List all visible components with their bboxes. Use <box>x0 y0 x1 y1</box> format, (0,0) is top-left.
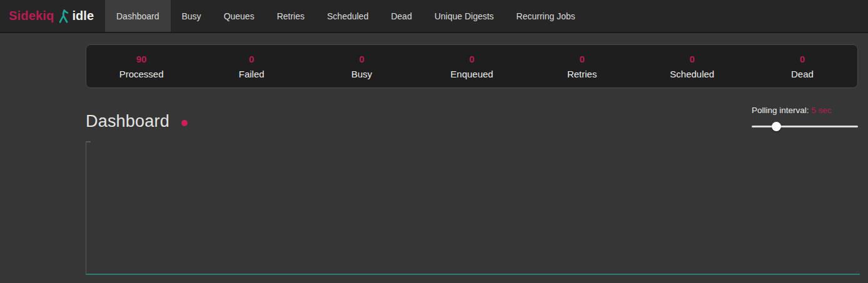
stat-retries-value: 0 <box>527 54 637 64</box>
polling-interval-text: Polling interval: <box>752 106 809 115</box>
brand-name: Sidekiq <box>9 9 54 23</box>
nav-tab-unique-digests[interactable]: Unique Digests <box>423 0 505 32</box>
nav-tab-retries[interactable]: Retries <box>266 0 316 32</box>
stat-busy-value: 0 <box>306 54 416 64</box>
polling-interval-slider[interactable] <box>752 122 858 131</box>
page-title: Dashboard <box>86 112 169 131</box>
process-status: idle <box>73 9 94 23</box>
brand-link[interactable]: Sidekiq idle <box>0 0 101 32</box>
stat-busy-label: Busy <box>306 69 416 79</box>
summary-bar: 90 Processed 0 Failed 0 Busy 0 Enqueued … <box>86 44 858 88</box>
y-axis-tick <box>86 141 91 142</box>
sidekiq-runner-icon <box>58 9 69 24</box>
stat-processed-label: Processed <box>86 69 196 79</box>
stat-retries-label: Retries <box>527 69 637 79</box>
slider-thumb[interactable] <box>772 122 781 131</box>
stat-scheduled: 0 Scheduled <box>637 54 747 79</box>
stat-enqueued-value: 0 <box>416 54 527 64</box>
nav-tab-recurring-jobs[interactable]: Recurring Jobs <box>505 0 587 32</box>
polling-control: Polling interval: 5 sec <box>752 106 858 131</box>
polling-interval-value: 5 sec <box>811 106 831 115</box>
stat-busy: 0 Busy <box>306 54 416 79</box>
stat-dead: 0 Dead <box>747 54 857 79</box>
stat-enqueued-label: Enqueued <box>416 69 527 79</box>
nav-tabs: Dashboard Busy Queues Retries Scheduled … <box>105 0 587 32</box>
page-header: Dashboard Polling interval: 5 sec <box>86 106 858 131</box>
navbar: Sidekiq idle Dashboard Busy Queues Retri… <box>0 0 868 33</box>
stat-retries: 0 Retries <box>527 54 637 79</box>
stat-scheduled-label: Scheduled <box>637 69 747 79</box>
stat-failed-label: Failed <box>196 69 306 79</box>
nav-tab-busy[interactable]: Busy <box>171 0 213 32</box>
stat-processed-value: 90 <box>86 54 196 64</box>
stat-dead-value: 0 <box>747 54 857 64</box>
stat-enqueued: 0 Enqueued <box>416 54 527 79</box>
slider-track <box>752 126 858 127</box>
stat-scheduled-value: 0 <box>637 54 747 64</box>
nav-tab-dead[interactable]: Dead <box>380 0 423 32</box>
live-beacon-icon <box>181 120 188 126</box>
stat-dead-label: Dead <box>747 69 857 79</box>
nav-tab-queues[interactable]: Queues <box>213 0 266 32</box>
nav-tab-dashboard[interactable]: Dashboard <box>105 0 171 32</box>
nav-tab-scheduled[interactable]: Scheduled <box>316 0 380 32</box>
stat-processed: 90 Processed <box>86 54 196 79</box>
polling-interval-label: Polling interval: 5 sec <box>752 106 858 115</box>
realtime-graph-panel <box>86 141 860 275</box>
stat-failed-value: 0 <box>196 54 306 64</box>
stat-failed: 0 Failed <box>196 54 306 79</box>
